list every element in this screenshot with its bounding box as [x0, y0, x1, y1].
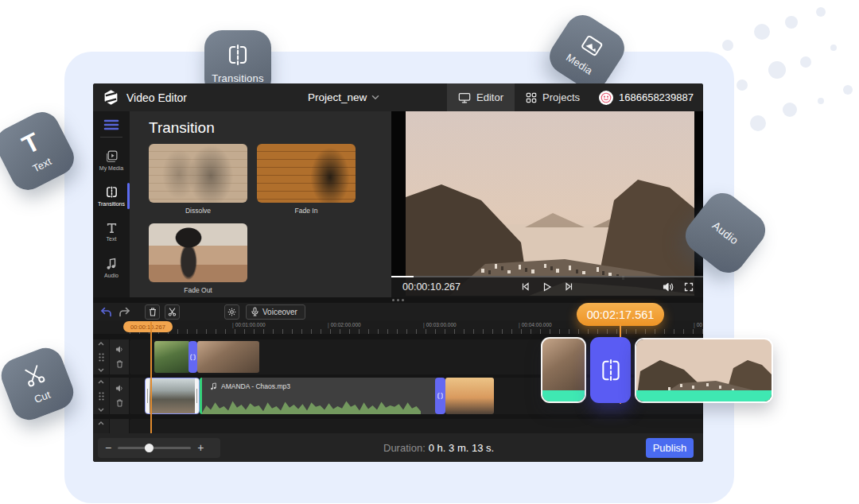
publish-button[interactable]: Publish	[646, 438, 694, 458]
track-move-up-icon[interactable]	[98, 342, 104, 346]
undo-button[interactable]	[100, 307, 112, 317]
chevron-down-icon	[371, 95, 379, 100]
zoom-slider[interactable]	[118, 447, 191, 449]
projects-tab[interactable]: Projects	[515, 83, 591, 111]
editor-icon	[458, 92, 471, 103]
app-logo-icon	[103, 89, 119, 106]
audio-badge-label: Audio	[710, 219, 741, 246]
audio-clip-title: AMANDA - Chaos.mp3	[202, 378, 437, 390]
scissors-icon	[168, 308, 177, 316]
transition-marker[interactable]	[189, 341, 197, 373]
sidebar-divider	[100, 137, 122, 138]
voiceover-button[interactable]: Voiceover	[246, 304, 305, 320]
audio-note-icon	[106, 258, 117, 270]
ruler-label: 00:01:00.000	[232, 322, 266, 328]
panel-title: Transition	[130, 111, 391, 137]
audio-clip[interactable]: AMANDA - Chaos.mp3	[200, 378, 437, 414]
track-move-up-icon[interactable]	[98, 380, 104, 384]
transitions-badge-label: Transitions	[212, 72, 263, 84]
transition-card-fade-in[interactable]: Fade In	[257, 144, 356, 215]
project-name: Project_new	[308, 91, 367, 103]
sidebar-item-label: Audio	[104, 273, 119, 278]
avatar[interactable]	[599, 91, 613, 105]
cut-badge-label: Cut	[33, 389, 52, 405]
preview-area: 00:00:10.267	[391, 111, 703, 297]
account: 1686658239887	[591, 91, 703, 105]
selected-video-clip[interactable]	[145, 378, 200, 414]
sidebar-item-my-media[interactable]: My Media	[93, 142, 130, 178]
prev-frame-button[interactable]	[522, 282, 531, 291]
redo-button[interactable]	[119, 307, 130, 317]
my-media-icon	[105, 149, 119, 163]
transitions-icon	[600, 357, 622, 384]
gear-icon	[227, 308, 236, 316]
track-delete-icon[interactable]	[116, 399, 123, 407]
sidebar-item-audio[interactable]: Audio	[93, 250, 130, 285]
video-clip[interactable]	[154, 341, 190, 373]
cut-button[interactable]	[165, 304, 180, 320]
clip-trim-handle-left[interactable]	[146, 378, 150, 413]
video-editor-window: Video Editor Project_new Editor Projec	[93, 83, 703, 462]
projects-tab-label: Projects	[542, 91, 580, 103]
transitions-icon	[437, 392, 443, 400]
next-frame-button[interactable]	[565, 282, 573, 291]
zoom-in-button[interactable]: +	[197, 442, 204, 453]
project-selector[interactable]: Project_new	[308, 91, 379, 103]
smiley-icon	[601, 92, 612, 103]
menu-icon[interactable]	[103, 119, 119, 130]
sidebar-item-transitions[interactable]: Transitions	[93, 178, 130, 214]
video-clip[interactable]	[445, 378, 494, 414]
video-scene	[406, 111, 694, 296]
fullscreen-icon[interactable]	[684, 282, 694, 292]
zoom-out-button[interactable]: −	[105, 442, 111, 453]
account-id: 1686658239887	[619, 91, 694, 103]
transition-thumbnail	[257, 144, 356, 203]
video-clip[interactable]	[197, 341, 259, 373]
zoomed-transition-block	[590, 337, 631, 403]
transition-card-dissolve[interactable]: Dissolve	[149, 144, 247, 215]
playhead-time-pill[interactable]: 00:00:10.267	[123, 321, 173, 332]
track-mute-icon[interactable]	[115, 346, 124, 353]
preview-progress-bar[interactable]	[391, 276, 703, 277]
track-drag-handle[interactable]	[99, 353, 104, 362]
page: Transitions Media Video Editor Project_n…	[0, 0, 859, 504]
sidebar-item-label: Text	[107, 236, 117, 242]
voiceover-label: Voiceover	[262, 308, 297, 316]
timeline-zoom-control: − +	[98, 438, 220, 458]
transition-label: Fade Out	[149, 286, 247, 294]
track-move-down-icon[interactable]	[98, 408, 104, 412]
transition-thumbnail	[149, 144, 247, 203]
timeline-playhead[interactable]	[150, 322, 152, 433]
track-mute-icon[interactable]	[115, 385, 124, 392]
sidebar-item-text[interactable]: Text	[93, 214, 130, 250]
transition-marker[interactable]	[435, 378, 445, 414]
scissors-icon	[20, 362, 49, 390]
track-drag-handle[interactable]	[99, 392, 104, 401]
microphone-icon	[251, 307, 258, 316]
editor-tab[interactable]: Editor	[447, 83, 515, 111]
sidebar-item-label: My Media	[99, 165, 123, 171]
text-badge-label: Text	[30, 155, 53, 175]
volume-icon[interactable]	[663, 282, 674, 292]
text-icon	[106, 222, 118, 234]
clip-trim-handle-right[interactable]	[195, 378, 199, 413]
audio-waveform	[202, 397, 421, 414]
duration-readout: Duration:0 h. 3 m. 13 s.	[383, 442, 494, 454]
play-button[interactable]	[543, 282, 552, 292]
zoom-slider-knob[interactable]	[145, 444, 154, 452]
settings-button[interactable]	[224, 304, 239, 320]
panel-splitter[interactable]	[93, 297, 703, 303]
track-delete-icon[interactable]	[116, 360, 123, 368]
preview-timecode: 00:00:10.267	[391, 281, 461, 293]
app-title: Video Editor	[126, 91, 187, 104]
marker-time-pill: 00:02:17.561	[577, 303, 664, 326]
track-move-down-icon[interactable]	[98, 368, 104, 372]
track-header	[93, 339, 129, 374]
transition-panel: Transition Dissolve Fade In Fade Out	[130, 111, 391, 297]
transition-card-fade-out[interactable]: Fade Out	[149, 223, 247, 294]
transition-thumbnail	[149, 223, 247, 282]
track-move-up-icon[interactable]	[98, 421, 104, 425]
bottom-bar: − + Duration:0 h. 3 m. 13 s. Publish	[93, 433, 703, 462]
delete-button[interactable]	[145, 304, 160, 320]
transitions-icon	[190, 354, 196, 361]
